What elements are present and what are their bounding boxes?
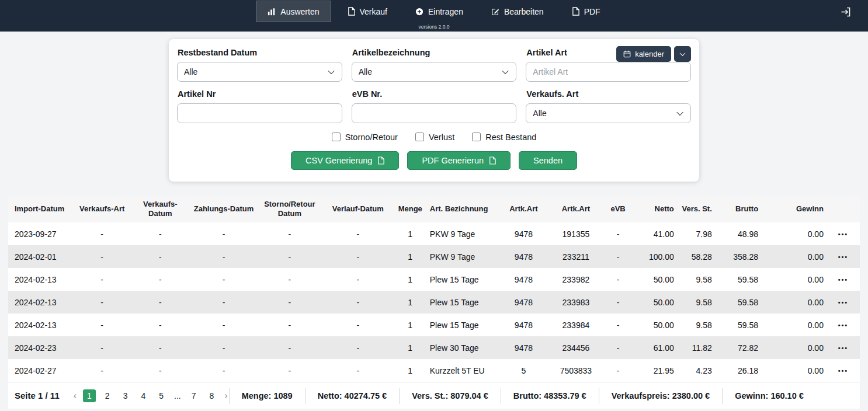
table-cell: - bbox=[129, 336, 191, 359]
table-cell: - bbox=[323, 336, 393, 359]
table-cell: - bbox=[191, 245, 256, 268]
evb-nr-input[interactable] bbox=[352, 103, 517, 123]
tab-eintragen[interactable]: Eintragen bbox=[404, 1, 475, 22]
table-cell: 7.98 bbox=[677, 222, 715, 245]
table-cell: 2024-02-13 bbox=[8, 291, 75, 314]
artikelbezeichnung-select[interactable]: Alle bbox=[352, 62, 517, 82]
collapse-filters-button[interactable] bbox=[674, 46, 691, 62]
table-cell: 9.58 bbox=[677, 291, 715, 314]
table-cell: PKW 9 Tage bbox=[428, 222, 499, 245]
table-cell: 233983 bbox=[548, 291, 603, 314]
pagination-next-button[interactable]: › bbox=[223, 391, 228, 401]
table-cell-actions: ••• bbox=[827, 291, 860, 314]
row-actions-button[interactable]: ••• bbox=[835, 366, 852, 375]
table-cell: 0.00 bbox=[761, 222, 827, 245]
artikel-nr-input[interactable] bbox=[177, 103, 342, 123]
table-cell: - bbox=[75, 245, 130, 268]
pagination-page[interactable]: 3 bbox=[119, 389, 132, 402]
checkbox-label: Rest Bestand bbox=[485, 133, 536, 142]
row-actions-button[interactable]: ••• bbox=[835, 229, 852, 239]
table-cell: 233211 bbox=[548, 245, 603, 268]
checkbox-storno-retour[interactable]: Storno/Retour bbox=[332, 133, 398, 142]
table-cell: - bbox=[191, 314, 256, 336]
table-cell: 7503833 bbox=[548, 359, 603, 382]
pagination-page[interactable]: 5 bbox=[155, 389, 168, 402]
table-cell: - bbox=[129, 314, 191, 336]
table-cell: 50.00 bbox=[633, 291, 677, 314]
calendar-icon bbox=[623, 50, 631, 58]
table-cell: 0.00 bbox=[761, 336, 827, 359]
pagination-page[interactable]: 1 bbox=[83, 389, 96, 402]
table-row: 2024-02-01-----1PKW 9 Tage9478233211-100… bbox=[8, 245, 860, 268]
table-cell: - bbox=[603, 222, 633, 245]
table-cell: 9478 bbox=[499, 291, 548, 314]
table-cell: 2024-02-23 bbox=[8, 336, 75, 359]
tab-bearbeiten[interactable]: Bearbeiten bbox=[480, 1, 555, 22]
table-cell: Plew 15 Tage bbox=[428, 268, 499, 291]
logout-button[interactable] bbox=[838, 5, 853, 21]
table-row: 2024-02-13-----1Plew 15 Tage9478233984-5… bbox=[8, 314, 860, 336]
page-indicator: Seite 1 / 11 bbox=[15, 391, 60, 400]
table-row: 2024-02-13-----1Plew 15 Tage9478233983-5… bbox=[8, 291, 860, 314]
table-cell-actions: ••• bbox=[827, 222, 860, 245]
table-cell: 2024-02-27 bbox=[8, 359, 75, 382]
table-cell: 1 bbox=[393, 291, 428, 314]
artikel-art-input[interactable] bbox=[526, 62, 691, 82]
table-cell: 9478 bbox=[499, 245, 548, 268]
storno-retour-checkbox[interactable] bbox=[332, 133, 341, 141]
row-actions-button[interactable]: ••• bbox=[835, 252, 852, 262]
row-actions-button[interactable]: ••• bbox=[835, 343, 852, 353]
table-cell: 48.98 bbox=[715, 222, 761, 245]
verlust-checkbox[interactable] bbox=[415, 133, 424, 141]
table-cell: - bbox=[256, 245, 323, 268]
row-actions-button[interactable]: ••• bbox=[835, 298, 852, 307]
kalender-button-label: kalender bbox=[635, 50, 664, 58]
table-cell: - bbox=[603, 314, 633, 336]
table-cell: - bbox=[75, 222, 130, 245]
table-cell: 233982 bbox=[548, 268, 603, 291]
table-cell: 59.58 bbox=[715, 268, 761, 291]
pagination-prev-button[interactable]: ‹ bbox=[72, 391, 78, 401]
chevron-down-icon bbox=[680, 50, 686, 56]
restbestand-datum-label: Restbestand Datum bbox=[178, 48, 342, 58]
pagination: ‹ 12345...78 › bbox=[72, 389, 229, 402]
table-header-row: Import-DatumVerkaufs-ArtVerkaufs-DatumZa… bbox=[8, 196, 860, 223]
field-artikel-nr: Artikel Nr bbox=[177, 90, 342, 123]
rest-bestand-checkbox[interactable] bbox=[472, 133, 481, 141]
footer-stat: Menge: 1089 bbox=[229, 388, 305, 404]
pagination-page[interactable]: 7 bbox=[188, 389, 200, 402]
table-cell: - bbox=[129, 222, 191, 245]
artikel-nr-label: Artikel Nr bbox=[178, 90, 342, 99]
row-actions-button[interactable]: ••• bbox=[835, 275, 852, 284]
tab-verkauf[interactable]: Verkauf bbox=[336, 1, 399, 22]
table-cell: - bbox=[323, 222, 393, 245]
field-evb-nr: eVB Nr. bbox=[352, 90, 517, 123]
csv-generate-button[interactable]: CSV Generierung bbox=[291, 151, 399, 170]
checkbox-rest-bestand[interactable]: Rest Bestand bbox=[472, 133, 536, 142]
table-cell: - bbox=[603, 268, 633, 291]
table-cell: 1 bbox=[393, 222, 428, 245]
column-header: Artk.Art bbox=[499, 196, 548, 223]
tab-pdf[interactable]: PDF bbox=[560, 1, 612, 22]
table-cell-actions: ••• bbox=[827, 245, 860, 268]
table-cell: 61.00 bbox=[633, 336, 677, 359]
kalender-button[interactable]: kalender bbox=[616, 46, 671, 62]
verkaufs-art-select[interactable]: Alle bbox=[526, 103, 691, 123]
send-button[interactable]: Senden bbox=[519, 151, 577, 170]
pagination-page[interactable]: 8 bbox=[206, 389, 218, 402]
tab-auswerten[interactable]: Auswerten bbox=[256, 1, 331, 22]
pagination-page[interactable]: 2 bbox=[101, 389, 114, 402]
table-cell: Plew 30 Tage bbox=[428, 336, 499, 359]
table-cell: - bbox=[191, 222, 256, 245]
column-header: Storno/Retour Datum bbox=[256, 196, 323, 223]
results-table-container: Import-DatumVerkaufs-ArtVerkaufs-DatumZa… bbox=[8, 196, 860, 409]
pagination-page[interactable]: 4 bbox=[137, 389, 150, 402]
restbestand-datum-select[interactable]: Alle bbox=[177, 62, 342, 82]
pdf-generate-button[interactable]: PDF Generierun bbox=[407, 151, 511, 170]
table-cell: - bbox=[129, 245, 191, 268]
checkbox-verlust[interactable]: Verlust bbox=[415, 133, 454, 142]
row-actions-button[interactable]: ••• bbox=[835, 321, 852, 330]
tab-label: Eintragen bbox=[428, 7, 463, 16]
table-cell: - bbox=[256, 359, 323, 382]
footer-stat: Vers. St.: 8079.04 € bbox=[399, 388, 501, 404]
